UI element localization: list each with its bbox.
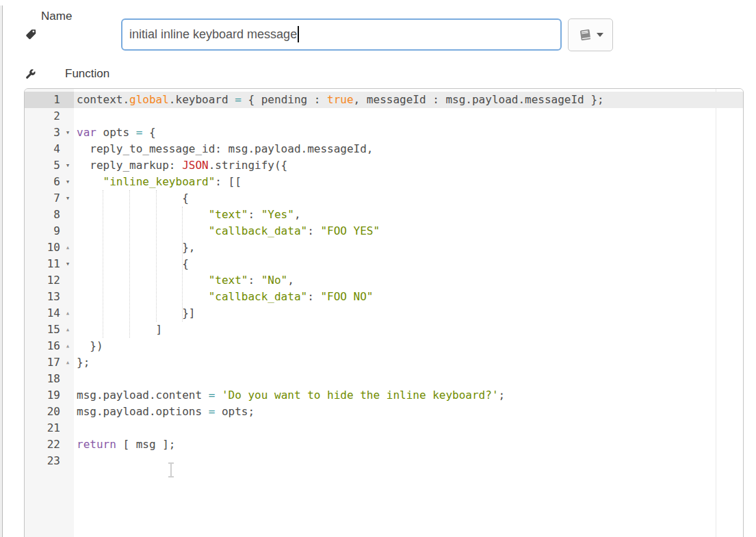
fold-open-icon[interactable]: ▾ bbox=[63, 256, 73, 272]
gutter-line-15[interactable]: 15▴ bbox=[25, 322, 74, 338]
fold-end-icon[interactable]: ▴ bbox=[63, 305, 73, 322]
gutter-line-17[interactable]: 17▴ bbox=[25, 354, 74, 371]
book-icon bbox=[578, 28, 592, 42]
code-line-19[interactable]: msg.payload.content = 'Do you want to hi… bbox=[74, 387, 743, 404]
gutter-line-7[interactable]: 7▾ bbox=[25, 190, 74, 207]
library-button[interactable] bbox=[568, 18, 613, 51]
editor-gutter[interactable]: 123▾45▾6▾7▾8910▴11▾121314▴15▴16▴17▴18192… bbox=[25, 89, 74, 537]
function-label: Function bbox=[65, 67, 109, 81]
editor-code-lines[interactable]: context.global.keyboard = { pending : tr… bbox=[74, 89, 743, 469]
code-line-20[interactable]: msg.payload.options = opts; bbox=[74, 404, 743, 420]
gutter-line-6[interactable]: 6▾ bbox=[25, 174, 74, 190]
gutter-line-2[interactable]: 2 bbox=[25, 108, 74, 125]
gutter-line-3[interactable]: 3▾ bbox=[25, 125, 74, 141]
code-line-21[interactable] bbox=[74, 420, 743, 436]
gutter-line-8[interactable]: 8 bbox=[25, 207, 74, 223]
code-line-6[interactable]: "inline_keyboard": [[ bbox=[74, 174, 743, 190]
code-line-10[interactable]: }, bbox=[74, 239, 743, 256]
gutter-line-14[interactable]: 14▴ bbox=[25, 305, 74, 322]
name-input-value: initial inline keyboard message bbox=[129, 27, 297, 41]
code-line-16[interactable]: }) bbox=[74, 338, 743, 354]
gutter-line-1[interactable]: 1 bbox=[25, 92, 74, 108]
ibeam-mouse-cursor bbox=[167, 462, 175, 477]
fold-end-icon[interactable]: ▴ bbox=[63, 239, 73, 256]
code-line-7[interactable]: { bbox=[74, 190, 743, 207]
gutter-line-11[interactable]: 11▾ bbox=[25, 256, 74, 272]
code-line-3[interactable]: var opts = { bbox=[74, 125, 743, 141]
fold-open-icon[interactable]: ▾ bbox=[63, 125, 73, 141]
code-line-9[interactable]: "callback_data": "FOO YES" bbox=[74, 223, 743, 239]
code-line-11[interactable]: { bbox=[74, 256, 743, 272]
gutter-line-22[interactable]: 22 bbox=[25, 436, 74, 453]
code-line-8[interactable]: "text": "Yes", bbox=[74, 207, 743, 223]
wrench-icon bbox=[25, 68, 36, 80]
fold-end-icon[interactable]: ▴ bbox=[63, 338, 73, 354]
code-line-13[interactable]: "callback_data": "FOO NO" bbox=[74, 289, 743, 305]
text-caret bbox=[298, 26, 299, 42]
gutter-line-10[interactable]: 10▴ bbox=[25, 239, 74, 256]
function-code-editor[interactable]: 123▾45▾6▾7▾8910▴11▾121314▴15▴16▴17▴18192… bbox=[24, 88, 744, 537]
code-line-12[interactable]: "text": "No", bbox=[74, 272, 743, 289]
fold-end-icon[interactable]: ▴ bbox=[63, 354, 73, 371]
gutter-line-20[interactable]: 20 bbox=[25, 404, 74, 420]
caret-down-icon bbox=[597, 33, 603, 37]
gutter-line-23[interactable]: 23 bbox=[25, 453, 74, 469]
fold-open-icon[interactable]: ▾ bbox=[63, 190, 73, 207]
gutter-line-4[interactable]: 4 bbox=[25, 141, 74, 157]
code-line-17[interactable]: }; bbox=[74, 354, 743, 371]
gutter-line-5[interactable]: 5▾ bbox=[25, 157, 74, 174]
gutter-line-16[interactable]: 16▴ bbox=[25, 338, 74, 354]
tray-left-edge[interactable] bbox=[0, 5, 3, 537]
code-line-14[interactable]: }] bbox=[74, 305, 743, 322]
gutter-line-9[interactable]: 9 bbox=[25, 223, 74, 239]
name-label: Name bbox=[41, 10, 72, 23]
gutter-line-21[interactable]: 21 bbox=[25, 420, 74, 436]
tag-icon bbox=[25, 28, 37, 40]
code-line-1[interactable]: context.global.keyboard = { pending : tr… bbox=[74, 92, 743, 108]
gutter-line-13[interactable]: 13 bbox=[25, 289, 74, 305]
code-line-22[interactable]: return [ msg ]; bbox=[74, 436, 743, 453]
fold-open-icon[interactable]: ▾ bbox=[63, 157, 73, 174]
code-line-15[interactable]: ] bbox=[74, 322, 743, 338]
name-input[interactable]: initial inline keyboard message bbox=[121, 18, 562, 51]
gutter-line-18[interactable]: 18 bbox=[25, 371, 74, 387]
gutter-line-12[interactable]: 12 bbox=[25, 272, 74, 289]
code-line-4[interactable]: reply_to_message_id: msg.payload.message… bbox=[74, 141, 743, 157]
fold-open-icon[interactable]: ▾ bbox=[63, 174, 73, 190]
fold-end-icon[interactable]: ▴ bbox=[63, 322, 73, 338]
code-line-5[interactable]: reply_markup: JSON.stringify({ bbox=[74, 157, 743, 174]
code-line-2[interactable] bbox=[74, 108, 743, 125]
code-line-18[interactable] bbox=[74, 371, 743, 387]
gutter-line-19[interactable]: 19 bbox=[25, 387, 74, 404]
